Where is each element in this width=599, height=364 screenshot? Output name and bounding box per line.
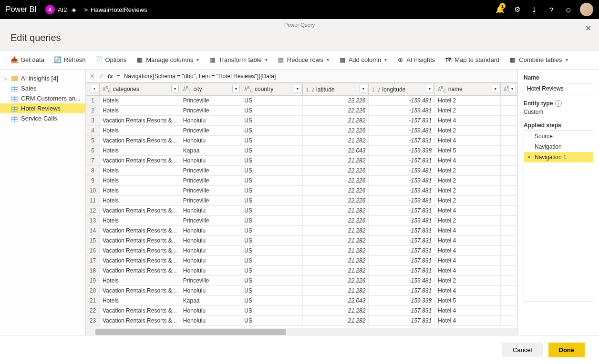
cell[interactable]: Princeville bbox=[180, 96, 241, 106]
cell[interactable] bbox=[501, 306, 517, 316]
cell[interactable]: US bbox=[241, 176, 303, 186]
data-grid[interactable]: ▾ABCcategories▾ABCcity▾ABCcountry▾1.2lat… bbox=[86, 83, 517, 328]
cell[interactable]: US bbox=[241, 126, 303, 136]
table-row[interactable]: 18Vacation Rentals,Resorts &...HonoluluU… bbox=[86, 266, 517, 276]
cell[interactable] bbox=[501, 146, 517, 156]
column-header[interactable]: ABCcity▾ bbox=[180, 83, 241, 96]
cell[interactable]: Kapaa bbox=[180, 296, 241, 306]
table-row[interactable]: 12Vacation Rentals,Resorts &...HonoluluU… bbox=[86, 206, 517, 216]
table-row[interactable]: 14Vacation Rentals,Resorts &...HonoluluU… bbox=[86, 226, 517, 236]
query-item[interactable]: Sales bbox=[0, 83, 85, 93]
cell[interactable]: Hotel 4 bbox=[435, 206, 501, 216]
formula-cancel-icon[interactable]: ✕ bbox=[90, 72, 95, 80]
info-icon[interactable]: i bbox=[555, 100, 562, 107]
cell[interactable]: US bbox=[241, 136, 303, 146]
cell[interactable]: Vacation Rentals,Resorts &... bbox=[99, 206, 180, 216]
cell[interactable]: Honolulu bbox=[180, 266, 241, 276]
cell[interactable]: Honolulu bbox=[180, 236, 241, 246]
table-row[interactable]: 4HotelsPrincevilleUS22.226-159.481Hotel … bbox=[86, 126, 517, 136]
column-filter-icon[interactable]: ▾ bbox=[232, 85, 240, 92]
cell[interactable]: Hotel 4 bbox=[435, 256, 501, 266]
cell[interactable]: -159.338 bbox=[369, 296, 435, 306]
get-data-button[interactable]: 📥Get data bbox=[7, 54, 48, 66]
table-row[interactable]: 16Vacation Rentals,Resorts &...HonoluluU… bbox=[86, 246, 517, 256]
cell[interactable] bbox=[501, 286, 517, 296]
cell[interactable]: Hotels bbox=[99, 186, 180, 196]
cell[interactable]: US bbox=[241, 156, 303, 166]
user-avatar[interactable] bbox=[580, 3, 593, 16]
cell[interactable] bbox=[501, 256, 517, 266]
table-row[interactable]: 19HotelsPrincevilleUS22.226-159.481Hotel… bbox=[86, 276, 517, 286]
applied-step[interactable]: Navigation 1 bbox=[524, 152, 593, 162]
cell[interactable]: Hotel 2 bbox=[435, 186, 501, 196]
refresh-button[interactable]: 🔄Refresh bbox=[50, 54, 90, 66]
column-filter-icon[interactable]: ▾ bbox=[294, 85, 301, 92]
cell[interactable]: -157.831 bbox=[369, 116, 435, 126]
cell[interactable]: US bbox=[241, 166, 303, 176]
cell[interactable]: Hotels bbox=[99, 126, 180, 136]
cell[interactable]: -157.831 bbox=[369, 236, 435, 246]
cell[interactable]: Hotel 5 bbox=[435, 146, 501, 156]
table-row[interactable]: 6HotelsKapaaUS22.043-159.338Hotel 5 bbox=[86, 146, 517, 156]
table-row[interactable]: 21HotelsKapaaUS22.043-159.338Hotel 5 bbox=[86, 296, 517, 306]
cell[interactable]: Hotels bbox=[99, 146, 180, 156]
cell[interactable]: -159.481 bbox=[369, 176, 435, 186]
transform-table-button[interactable]: ▦Transform table▾ bbox=[205, 54, 271, 66]
cell[interactable] bbox=[501, 196, 517, 206]
cell[interactable] bbox=[501, 126, 517, 136]
cell[interactable] bbox=[501, 176, 517, 186]
cell[interactable]: Hotel 4 bbox=[435, 286, 501, 296]
formula-text[interactable]: Navigation{[Schema = "dbo", Item = "Hote… bbox=[124, 73, 514, 80]
table-row[interactable]: 3Vacation Rentals,Resorts &...HonoluluUS… bbox=[86, 116, 517, 126]
cell[interactable]: US bbox=[241, 286, 303, 296]
dataset-name[interactable]: HawaiiHotelReviews bbox=[91, 6, 147, 13]
cell[interactable]: Honolulu bbox=[180, 316, 241, 326]
cell[interactable]: US bbox=[241, 316, 303, 326]
table-row[interactable]: 10HotelsPrincevilleUS22.226-159.481Hotel… bbox=[86, 186, 517, 196]
cell[interactable]: 22.226 bbox=[303, 276, 369, 286]
cell[interactable]: US bbox=[241, 306, 303, 316]
cell[interactable]: -159.338 bbox=[369, 146, 435, 156]
cell[interactable]: 22.226 bbox=[303, 196, 369, 206]
cell[interactable]: 21.282 bbox=[303, 316, 369, 326]
cell[interactable]: Hotel 4 bbox=[435, 306, 501, 316]
cell[interactable]: Hotel 2 bbox=[435, 96, 501, 106]
cell[interactable]: 21.282 bbox=[303, 306, 369, 316]
cell[interactable]: Honolulu bbox=[180, 306, 241, 316]
applied-step[interactable]: Navigation bbox=[524, 142, 593, 152]
column-filter-icon[interactable]: ▾ bbox=[508, 85, 516, 92]
cell[interactable]: -159.481 bbox=[369, 106, 435, 116]
cell[interactable]: US bbox=[241, 236, 303, 246]
cell[interactable]: 22.226 bbox=[303, 96, 369, 106]
cell[interactable]: Vacation Rentals,Resorts &... bbox=[99, 306, 180, 316]
cell[interactable] bbox=[501, 216, 517, 226]
cell[interactable]: Princeville bbox=[180, 126, 241, 136]
table-row[interactable]: 2HotelsPrincevilleUS22.226-159.481Hotel … bbox=[86, 106, 517, 116]
cell[interactable]: Honolulu bbox=[180, 156, 241, 166]
cell[interactable] bbox=[501, 236, 517, 246]
cell[interactable]: Hotels bbox=[99, 176, 180, 186]
cell[interactable]: Hotels bbox=[99, 276, 180, 286]
cell[interactable]: Vacation Rentals,Resorts &... bbox=[99, 136, 180, 146]
column-filter-icon[interactable]: ▾ bbox=[492, 85, 499, 92]
combine-tables-button[interactable]: ▦Combine tables▾ bbox=[505, 54, 571, 66]
cell[interactable]: Hotels bbox=[99, 296, 180, 306]
cell[interactable]: Honolulu bbox=[180, 206, 241, 216]
table-row[interactable]: 5Vacation Rentals,Resorts &...HonoluluUS… bbox=[86, 136, 517, 146]
workspace-name[interactable]: AI2 bbox=[58, 6, 67, 13]
table-row[interactable]: 7Vacation Rentals,Resorts &...HonoluluUS… bbox=[86, 156, 517, 166]
cell[interactable]: Hotel 4 bbox=[435, 116, 501, 126]
add-column-button[interactable]: ▦Add column▾ bbox=[335, 54, 391, 66]
fx-icon[interactable]: fx bbox=[108, 73, 113, 80]
cell[interactable]: Princeville bbox=[180, 166, 241, 176]
cell[interactable]: Hotel 4 bbox=[435, 226, 501, 236]
cell[interactable]: -157.831 bbox=[369, 266, 435, 276]
cell[interactable]: Vacation Rentals,Resorts &... bbox=[99, 316, 180, 326]
column-filter-icon[interactable]: ▾ bbox=[360, 85, 367, 92]
cell[interactable]: Vacation Rentals,Resorts &... bbox=[99, 236, 180, 246]
cell[interactable]: Hotel 2 bbox=[435, 166, 501, 176]
cell[interactable] bbox=[501, 316, 517, 326]
cell[interactable] bbox=[501, 166, 517, 176]
cell[interactable]: US bbox=[241, 186, 303, 196]
table-row[interactable]: 13HotelsPrincevilleUS22.226-159.481Hotel… bbox=[86, 216, 517, 226]
